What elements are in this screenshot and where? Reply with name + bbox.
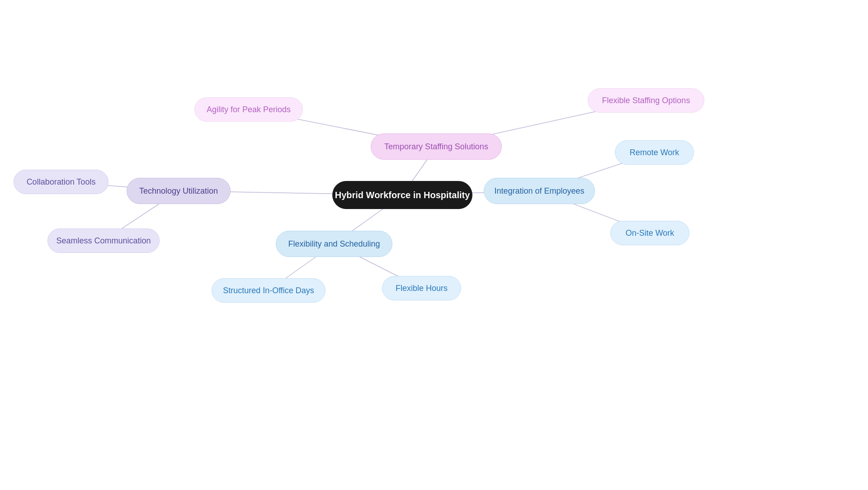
on-site-work-node: On-Site Work [610, 221, 689, 245]
seamless-communication-node: Seamless Communication [47, 228, 160, 253]
flexible-hours-node: Flexible Hours [382, 276, 461, 300]
agility-peak-node: Agility for Peak Periods [194, 97, 303, 122]
collaboration-tools-node: Collaboration Tools [14, 170, 108, 194]
remote-work-node: Remote Work [615, 140, 694, 165]
technology-utilization-node: Technology Utilization [127, 178, 231, 204]
flexibility-scheduling-node: Flexibility and Scheduling [276, 231, 392, 257]
structured-office-node: Structured In-Office Days [212, 278, 326, 303]
mind-map-container: Hybrid Workforce in HospitalityTemporary… [0, 0, 868, 490]
temporary-staffing-node: Temporary Staffing Solutions [371, 133, 502, 160]
center-node: Hybrid Workforce in Hospitality [332, 181, 472, 209]
integration-employees-node: Integration of Employees [484, 178, 595, 204]
flexible-staffing-node: Flexible Staffing Options [588, 88, 704, 113]
